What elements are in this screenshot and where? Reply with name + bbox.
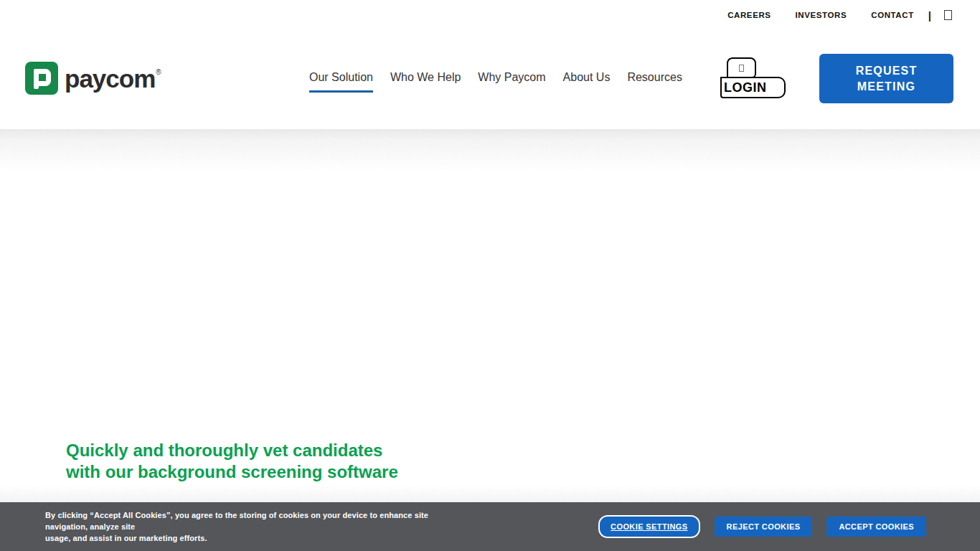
paycom-logo-text: paycom® [65,66,161,91]
cookie-message-line-2: usage, and assist in our marketing effor… [45,532,468,544]
site-header: CAREERS INVESTORS CONTACT | paycom® Our … [0,0,980,129]
utility-link-contact[interactable]: CONTACT [871,11,914,19]
utility-nav: CAREERS INVESTORS CONTACT | [727,0,980,30]
cookie-settings-button[interactable]: COOKIE SETTINGS [598,515,699,538]
hero-section: Quickly and thoroughly vet candidates wi… [0,129,980,502]
cookie-message-line-1: By clicking “Accept All Cookies”, you ag… [45,509,468,532]
login-label: LOGIN [720,77,786,98]
accept-cookies-button[interactable]: ACCEPT COOKIES [826,517,926,537]
nav-item-about-us[interactable]: About Us [563,70,611,93]
login-icon-box [727,57,756,78]
request-meeting-button[interactable]: REQUEST MEETING [819,54,953,103]
utility-link-investors[interactable]: INVESTORS [796,11,847,19]
paycom-logo[interactable]: paycom® [25,62,161,95]
hero-heading: Quickly and thoroughly vet candidates wi… [66,440,398,483]
utility-link-careers[interactable]: CAREERS [727,11,771,19]
cookie-buttons: COOKIE SETTINGS REJECT COOKIES ACCEPT CO… [598,515,926,538]
registered-mark: ® [156,68,160,76]
nav-item-resources[interactable]: Resources [627,70,682,93]
search-icon[interactable] [944,10,952,20]
user-icon [739,65,744,72]
utility-separator: | [928,9,931,22]
nav-item-why-paycom[interactable]: Why Paycom [478,70,545,93]
nav-item-our-solution[interactable]: Our Solution [309,70,373,93]
hero-heading-line-2: with our background screening software [66,461,398,483]
hero-heading-line-1: Quickly and thoroughly vet candidates [66,440,398,461]
cookie-banner: By clicking “Accept All Cookies”, you ag… [0,502,980,551]
nav-item-who-we-help[interactable]: Who We Help [390,70,461,93]
paycom-logo-icon [25,62,58,95]
cookie-message: By clicking “Accept All Cookies”, you ag… [45,509,468,544]
reject-cookies-button[interactable]: REJECT COOKIES [715,517,813,537]
main-nav: Our Solution Who We Help Why Paycom Abou… [309,70,682,93]
login-button[interactable]: LOGIN [720,57,786,98]
